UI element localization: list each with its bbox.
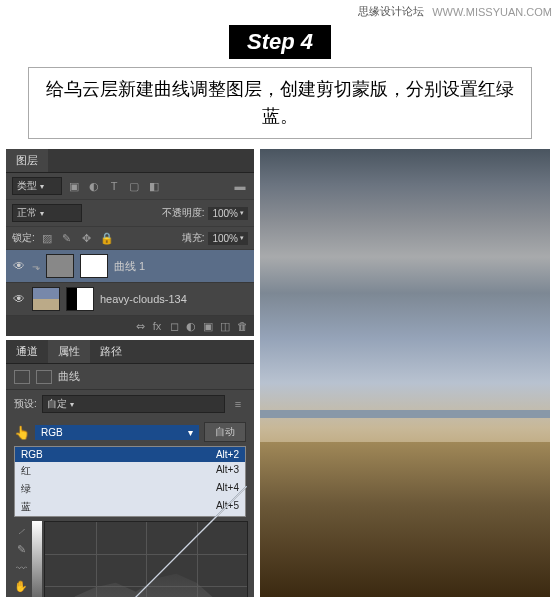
lock-label: 锁定: [12,231,35,245]
site-name: 思缘设计论坛 [358,4,424,19]
curve-draw-tool-icon[interactable]: ✎ [17,543,26,556]
step-badge: Step 4 [229,25,331,59]
curves-graph[interactable] [44,521,248,597]
blend-mode-select[interactable]: 正常 [12,204,82,222]
mask-mode-icon[interactable] [36,370,52,384]
output-gradient [32,521,42,597]
layer-row-image[interactable]: 👁 heavy-clouds-134 [6,283,254,316]
new-layer-icon[interactable]: ◫ [218,319,232,333]
filter-text-icon[interactable]: T [106,179,122,193]
layer-name[interactable]: 曲线 1 [114,259,145,274]
trash-icon[interactable]: 🗑 [235,319,249,333]
link-icon[interactable]: ⇔ [133,319,147,333]
layer-thumb-curves[interactable] [46,254,74,278]
lock-pixel-icon[interactable]: ✎ [59,231,75,245]
tab-properties[interactable]: 属性 [48,340,90,363]
channel-dropdown: RGBAlt+2 红Alt+3 绿Alt+4 蓝Alt+5 [14,446,246,517]
layer-thumb-image[interactable] [32,287,60,311]
opacity-label: 不透明度: [162,206,205,220]
filter-pixel-icon[interactable]: ▣ [66,179,82,193]
layers-panel: 图层 类型 ▣ ◐ T ▢ ◧ ▬ 正常 不透明度: 100% 锁定: ▨ [6,149,254,336]
channel-option-green[interactable]: 绿Alt+4 [15,480,245,498]
curve-smooth-icon[interactable]: 〰 [16,562,27,574]
curve-hand-icon[interactable]: ✋ [14,580,28,593]
visibility-icon[interactable]: 👁 [12,259,26,273]
curve-point-tool-icon[interactable]: ⟋ [16,525,27,537]
tab-layers[interactable]: 图层 [6,149,48,172]
filter-smart-icon[interactable]: ◧ [146,179,162,193]
preset-select[interactable]: 自定 [42,395,225,413]
channel-option-red[interactable]: 红Alt+3 [15,462,245,480]
lock-pos-icon[interactable]: ✥ [79,231,95,245]
filter-type-select[interactable]: 类型 [12,177,62,195]
fill-input[interactable]: 100% [208,232,248,245]
adjustment-title: 曲线 [58,369,80,384]
tab-channels[interactable]: 通道 [6,340,48,363]
preview-image [260,149,550,597]
mask-icon[interactable]: ◻ [167,319,181,333]
channel-option-blue[interactable]: 蓝Alt+5 [15,498,245,516]
filter-toggle-icon[interactable]: ▬ [232,179,248,193]
fx-icon[interactable]: fx [150,319,164,333]
group-icon[interactable]: ▣ [201,319,215,333]
properties-panel: 通道 属性 路径 曲线 预设: 自定 ≡ 👆 RGB 自动 RGBAlt+2 [6,340,254,597]
opacity-input[interactable]: 100% [208,207,248,220]
preset-menu-icon[interactable]: ≡ [230,397,246,411]
preset-label: 预设: [14,397,37,411]
visibility-icon[interactable]: 👁 [12,292,26,306]
adjustment-icon[interactable]: ◐ [184,319,198,333]
lock-all-icon[interactable]: 🔒 [99,231,115,245]
filter-adjust-icon[interactable]: ◐ [86,179,102,193]
curves-icon [14,370,30,384]
layer-mask-thumb[interactable] [66,287,94,311]
channel-select[interactable]: RGB [35,425,199,440]
target-adjust-icon[interactable]: 👆 [14,425,30,439]
layer-name[interactable]: heavy-clouds-134 [100,293,187,305]
lock-trans-icon[interactable]: ▨ [39,231,55,245]
site-url: WWW.MISSYUAN.COM [432,6,552,18]
instruction-text: 给乌云层新建曲线调整图层，创建剪切蒙版，分别设置红绿蓝。 [28,67,532,139]
filter-shape-icon[interactable]: ▢ [126,179,142,193]
layer-mask-thumb[interactable] [80,254,108,278]
channel-option-rgb[interactable]: RGBAlt+2 [15,447,245,462]
fill-label: 填充: [182,231,205,245]
clip-indicator-icon: ⬎ [32,261,40,272]
auto-button[interactable]: 自动 [204,422,246,442]
layer-row-curves[interactable]: 👁 ⬎ 曲线 1 [6,250,254,283]
tab-paths[interactable]: 路径 [90,340,132,363]
